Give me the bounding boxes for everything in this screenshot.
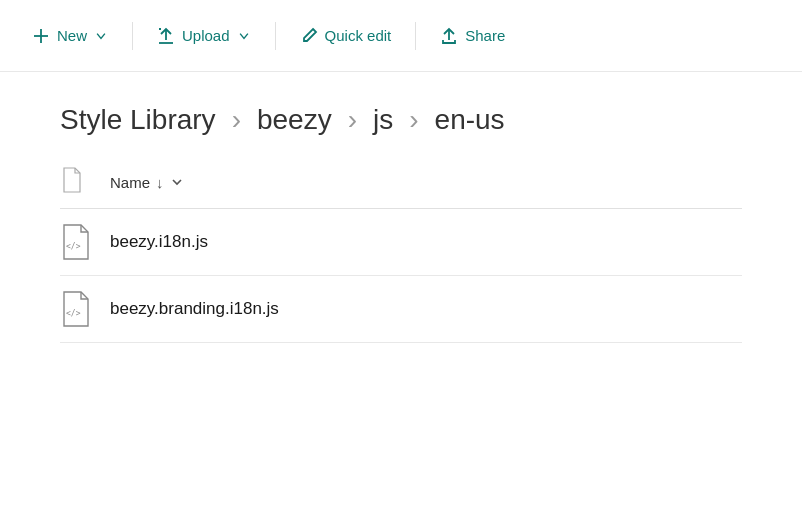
file-list: Name ↓ </> beezy.i18n.js </> beezy.bra (0, 156, 802, 343)
header-doc-icon (60, 166, 84, 194)
plus-icon (32, 27, 50, 45)
share-button-label: Share (465, 27, 505, 44)
svg-text:</>: </> (66, 242, 81, 251)
quick-edit-button-label: Quick edit (325, 27, 392, 44)
toolbar: New Upload Quick edit Shar (0, 0, 802, 72)
header-icon-placeholder (60, 166, 110, 198)
breadcrumb-separator-2: › (348, 104, 357, 136)
new-button[interactable]: New (20, 19, 120, 53)
js-file-icon-2: </> (60, 290, 92, 328)
file-icon-wrapper-2: </> (60, 290, 110, 328)
upload-button[interactable]: Upload (145, 19, 263, 53)
file-name-header[interactable]: Name ↓ (110, 174, 184, 191)
breadcrumb: Style Library › beezy › js › en-us (60, 104, 742, 136)
name-column-label: Name (110, 174, 150, 191)
file-list-header: Name ↓ (60, 156, 742, 209)
breadcrumb-item-en-us[interactable]: en-us (435, 104, 505, 136)
toolbar-separator-3 (415, 22, 416, 50)
new-button-label: New (57, 27, 87, 44)
toolbar-separator-2 (275, 22, 276, 50)
sort-chevron-icon (170, 175, 184, 189)
js-file-icon-1: </> (60, 223, 92, 261)
share-icon (440, 27, 458, 45)
file-row[interactable]: </> beezy.branding.i18n.js (60, 276, 742, 343)
toolbar-separator-1 (132, 22, 133, 50)
quick-edit-button[interactable]: Quick edit (288, 19, 404, 53)
breadcrumb-item-js[interactable]: js (373, 104, 393, 136)
svg-text:</>: </> (66, 309, 81, 318)
file-name-1: beezy.i18n.js (110, 232, 208, 252)
breadcrumb-item-beezy[interactable]: beezy (257, 104, 332, 136)
breadcrumb-section: Style Library › beezy › js › en-us (0, 72, 802, 156)
sort-indicator: ↓ (156, 174, 164, 191)
upload-chevron-icon (237, 29, 251, 43)
breadcrumb-separator-3: › (409, 104, 418, 136)
share-button[interactable]: Share (428, 19, 517, 53)
file-icon-wrapper-1: </> (60, 223, 110, 261)
breadcrumb-item-style-library[interactable]: Style Library (60, 104, 216, 136)
file-row[interactable]: </> beezy.i18n.js (60, 209, 742, 276)
breadcrumb-separator-1: › (232, 104, 241, 136)
upload-icon (157, 27, 175, 45)
edit-icon (300, 27, 318, 45)
upload-button-label: Upload (182, 27, 230, 44)
file-name-2: beezy.branding.i18n.js (110, 299, 279, 319)
new-chevron-icon (94, 29, 108, 43)
